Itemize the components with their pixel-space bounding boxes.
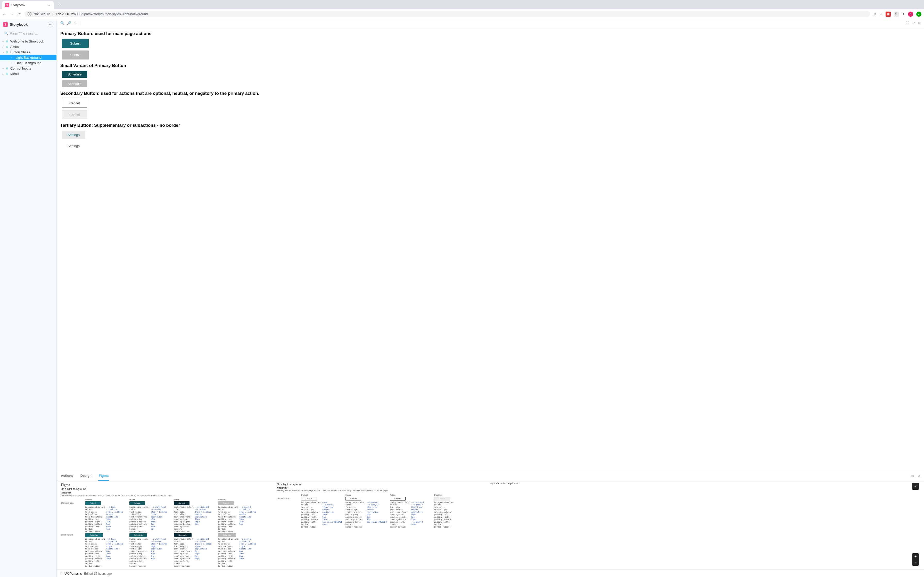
demo-button[interactable]: Submit <box>62 50 89 60</box>
sidebar-item-label: Control Inputs <box>10 66 31 70</box>
url-host: 172.20.10.2 <box>55 12 73 16</box>
demo-button[interactable]: Cancel <box>62 99 87 108</box>
fullscreen-icon[interactable]: ⛶ <box>906 21 909 25</box>
chevron-icon: ▸ <box>3 40 5 43</box>
section-heading: Secondary Button: used for actions that … <box>60 91 921 96</box>
figma-sample-button: Cancel <box>346 496 361 501</box>
section-heading: Tertiary Button: Supplementary or subact… <box>60 123 921 128</box>
zoom-in-icon[interactable]: 🔍 <box>60 21 65 25</box>
sidebar-header: S Storybook ⋯ <box>0 19 57 30</box>
grid-icon: ⊞ <box>6 67 9 70</box>
chevron-icon: ▸ <box>3 67 5 70</box>
figma-sample-button: Submit <box>174 501 189 505</box>
grid-icon: ⊞ <box>6 51 9 53</box>
sidebar-item-label: Light Background <box>16 56 42 60</box>
figma-edited-label: Edited 15 hours ago <box>84 572 111 575</box>
figma-zoom-in[interactable]: + <box>912 553 919 559</box>
zoom-out-icon[interactable]: 🔎 <box>67 21 71 25</box>
sidebar-menu-button[interactable]: ⋯ <box>48 22 53 27</box>
sidebar-item-label: Dark Background <box>16 61 41 65</box>
demo-button[interactable]: Schedule <box>62 81 87 87</box>
figma-spec-cell: Submit background-color: --c-teal color:… <box>85 501 128 533</box>
figma-zoom-control: + − <box>912 553 919 566</box>
zoom-icon[interactable]: ⊕ <box>874 12 876 16</box>
demo-button[interactable]: Cancel <box>62 110 87 119</box>
addon-tab[interactable]: Actions <box>60 471 74 481</box>
sidebar-item-label: Welcome to Storybook <box>10 39 44 43</box>
sidebar-item[interactable]: ▸ ⊞ Alerts <box>0 44 57 50</box>
section-heading: Small Variant of Primary Button <box>60 63 921 68</box>
storybook-favicon: S <box>5 3 9 7</box>
figma-spec-cell: Submit background-color: --c-dark-teal c… <box>129 501 173 533</box>
figma-subtitle: On a light background <box>61 488 262 490</box>
panel-close-icon[interactable]: ⊘ <box>918 474 921 478</box>
figma-sample-button: Submit <box>85 501 101 505</box>
figma-css-spec: background-color: none color: --c-grey-2… <box>301 501 344 528</box>
sidebar-item[interactable]: ▸ ⊞ Menu <box>0 71 57 76</box>
browser-chrome: S Storybook × + ← → ⟳ i Not Secure | 172… <box>0 0 924 19</box>
figma-sample-button: Schedule <box>129 533 147 537</box>
sidebar-item[interactable]: ▫ Light Background <box>0 55 57 60</box>
copy-link-icon[interactable]: ⧉ <box>918 21 921 25</box>
addon-tab[interactable]: Design <box>80 471 92 481</box>
sidebar-item[interactable]: ▾ ⊞ Button Styles <box>0 50 57 55</box>
demo-button[interactable]: Settings <box>62 131 85 139</box>
figma-sample-button: Schedule <box>85 533 103 537</box>
sidebar-tree: ▸ ⊞ Welcome to Storybook▸ ⊞ Alerts▾ ⊞ Bu… <box>0 39 57 577</box>
chevron-icon: ▸ <box>3 45 5 48</box>
sidebar-item-label: Alerts <box>10 45 19 49</box>
figma-css-spec: background-color: --c-white-1 color: --c… <box>346 501 389 528</box>
figma-expand-button[interactable]: ⤢ <box>912 483 919 490</box>
sidebar-item[interactable]: ▸ ⊞ Control Inputs <box>0 66 57 71</box>
figma-row-label: Small variant <box>61 533 84 536</box>
open-external-icon[interactable]: ↗ <box>912 21 915 25</box>
forward-button[interactable]: → <box>10 12 14 16</box>
figma-sample-button: Cancel <box>301 496 317 501</box>
sidebar-item-label: Menu <box>10 72 19 76</box>
figma-css-spec: background-color: --c-grey-8 color: --c-… <box>218 506 262 533</box>
figma-desc: Primary buttons are used for main page a… <box>61 494 262 496</box>
demo-button[interactable]: Settings <box>62 142 85 150</box>
browser-toolbar: ← → ⟳ i Not Secure | 172.20.10.2:6006/?p… <box>0 9 924 19</box>
extension-np[interactable]: NP <box>894 11 899 17</box>
reload-button[interactable]: ⟳ <box>18 12 21 16</box>
zoom-reset-icon[interactable]: ⟲ <box>74 21 77 25</box>
new-tab-button[interactable]: + <box>56 1 63 9</box>
figma-col-header: Active <box>390 494 433 496</box>
bookmark-icon[interactable]: ☆ <box>879 12 882 16</box>
demo-button[interactable]: Schedule <box>62 71 87 78</box>
close-icon[interactable]: × <box>48 3 50 7</box>
main: 🔍 🔎 ⟲ ⛶ ↗ ⧉ Primary Button: used for mai… <box>57 19 924 577</box>
info-icon[interactable]: i <box>27 12 31 16</box>
figma-sample-button: Schedule <box>174 533 192 537</box>
figma-group: PRIMARY <box>61 492 262 494</box>
preview-canvas: Primary Button: used for main page actio… <box>57 27 924 471</box>
figma-sample-button: Submit <box>218 501 234 505</box>
panel-orientation-icon[interactable]: ▭ <box>911 474 914 478</box>
figma-zoom-out[interactable]: − <box>912 559 919 566</box>
sidebar-item[interactable]: ▸ ⊞ Welcome to Storybook <box>0 39 57 44</box>
browser-tab[interactable]: S Storybook × <box>2 1 53 9</box>
address-bar[interactable]: i Not Secure | 172.20.10.2:6006/?path=/s… <box>24 11 870 17</box>
security-label: Not Secure <box>34 12 50 16</box>
back-button[interactable]: ← <box>3 12 6 16</box>
figma-col-header: Hover <box>346 494 389 496</box>
search-input[interactable]: 🔍 Press "/" to search... <box>2 31 54 37</box>
addon-tab[interactable]: Figma <box>98 471 109 481</box>
url-path: /?path=/story/button-styles--light-backg… <box>81 12 148 16</box>
canvas-toolbar: 🔍 🔎 ⟲ ⛶ ↗ ⧉ <box>57 19 924 27</box>
sidebar-item[interactable]: ▫ Dark Background <box>0 60 57 66</box>
extensions-icon[interactable]: ✦ <box>902 12 905 16</box>
storybook-logo-icon: S <box>3 22 8 27</box>
demo-button[interactable]: Submit <box>62 39 89 48</box>
figma-footer: 𝔽 UX Patterns Edited 15 hours ago <box>57 569 924 577</box>
story-icon: ▫ <box>11 56 15 59</box>
extension-green[interactable]: ● <box>916 11 921 17</box>
grid-icon: ⊞ <box>6 73 9 75</box>
figma-logo-icon: 𝔽 <box>60 572 62 575</box>
figma-spec-cell: Schedule background-color: --c-grey-8 co… <box>218 533 262 567</box>
extension-1[interactable]: ▦ <box>885 11 891 17</box>
figma-spec-cell: Cancel background-color: --c-white-1 col… <box>390 496 433 528</box>
profile-avatar[interactable]: K <box>908 11 913 17</box>
search-placeholder: Press "/" to search... <box>10 32 38 35</box>
